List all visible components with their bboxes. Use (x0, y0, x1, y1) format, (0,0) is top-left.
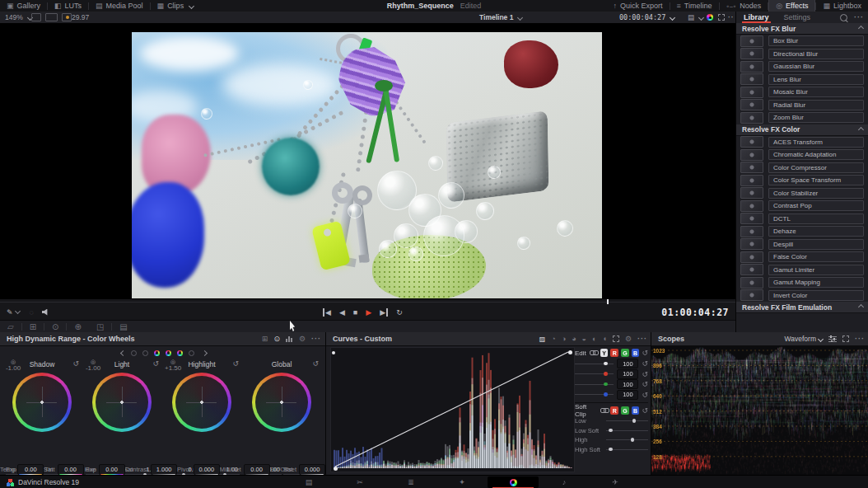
timeline-selector[interactable]: Timeline 1 (479, 12, 522, 23)
softclip-reset-icon[interactable]: ↺ (642, 406, 648, 415)
softclip-row-low[interactable]: Low (575, 416, 648, 426)
library-options-icon[interactable]: ··· (854, 13, 864, 21)
softclip-row-high[interactable]: High (575, 435, 648, 445)
softclip-channel-r[interactable]: R (610, 406, 618, 415)
fx-item-chromatic-adaptation[interactable]: Chromatic Adaptation (736, 148, 868, 162)
curves-expand-icon[interactable] (613, 336, 619, 342)
library-section-header[interactable]: Resolve FX Film Emulation (736, 302, 868, 313)
luts-button[interactable]: ◧LUTs (48, 0, 88, 12)
hdr-settings-icon[interactable]: ⚙ (299, 335, 306, 343)
curve-graph[interactable] (330, 347, 575, 472)
color-wheel-shadow[interactable] (12, 373, 72, 432)
curve-point-low[interactable] (334, 467, 338, 471)
channel-value[interactable]: 100 (617, 369, 638, 379)
param-contrast[interactable]: Contrast1.000 (125, 464, 177, 475)
channel-button-r[interactable]: R (610, 349, 618, 357)
pager-dot[interactable] (142, 350, 148, 356)
pager-dot[interactable] (189, 350, 194, 356)
channel-button-b[interactable]: B (632, 349, 640, 357)
channel-value[interactable]: 100 (617, 379, 638, 389)
go-to-start-button[interactable]: ◀ (323, 308, 331, 317)
edit-reset-icon[interactable]: ↺ (642, 349, 648, 357)
curve-lum-sat-icon[interactable]: ◒ (582, 335, 586, 343)
fx-item-color-stabilizer[interactable]: Color Stabilizer (736, 187, 868, 200)
fx-item-gamut-mapping[interactable]: Gamut Mapping (736, 276, 868, 289)
curve-hue-hue-icon[interactable]: ◔ (551, 335, 555, 343)
color-wheel-global[interactable] (252, 373, 311, 432)
grab-still-icon[interactable]: ◌ (30, 308, 34, 317)
fx-item-mosaic-blur[interactable]: Mosaic Blur (736, 86, 868, 99)
page-deliver[interactable]: ✈ (590, 476, 641, 488)
wheels-view-icon[interactable]: ⊙ (273, 335, 280, 343)
channel-button-g[interactable]: G (621, 349, 629, 357)
curve-sat-sat-icon[interactable]: ◐ (592, 335, 596, 343)
media-pool-button[interactable]: ▤Media Pool (89, 0, 150, 12)
fx-item-gaussian-blur[interactable]: Gaussian Blur (736, 60, 868, 73)
curve-hue-sat-icon[interactable]: ◑ (562, 335, 566, 343)
scope-expand-icon[interactable] (842, 336, 849, 342)
scope-settings-icon[interactable] (828, 336, 837, 342)
search-icon[interactable] (840, 14, 847, 21)
curve-sat-lum-icon[interactable]: ◖ (602, 335, 606, 343)
gallery-button[interactable]: ▣Gallery (0, 0, 47, 12)
fx-item-color-compressor[interactable]: Color Compressor (736, 162, 868, 175)
curves-options-icon[interactable]: ··· (637, 335, 647, 343)
page-fairlight[interactable]: ♪ (539, 476, 590, 488)
channel-slider-row-g[interactable]: 100↺ (575, 379, 648, 390)
clips-button[interactable]: ▦Clips (151, 0, 201, 12)
wheel-reset-icon[interactable]: ↺ (232, 359, 239, 368)
param-tint[interactable]: Tint0.00 (44, 464, 84, 475)
fx-item-gamut-limiter[interactable]: Gamut Limiter (736, 264, 868, 277)
quick-export-button[interactable]: ↑Quick Export (607, 0, 670, 12)
softclip-channel-g[interactable]: G (621, 406, 629, 415)
scope-mode-dropdown[interactable]: Waveform (785, 335, 823, 343)
annotation-pen-icon[interactable]: ✎ (7, 308, 20, 317)
picker-tool-icon[interactable]: ⊙ (52, 322, 58, 331)
page-color[interactable] (488, 476, 539, 488)
fx-item-box-blur[interactable]: Box Blur (736, 35, 868, 48)
pager-dot[interactable] (177, 350, 183, 356)
wheel-reset-icon[interactable]: ↺ (312, 359, 319, 368)
fx-item-zoom-blur[interactable]: Zoom Blur (736, 111, 868, 124)
step-back-button[interactable]: ◀ (339, 308, 345, 317)
tab-library[interactable]: Library (736, 12, 777, 23)
curve-custom-icon[interactable]: ▨ (539, 336, 546, 343)
collapse-chevron-icon[interactable] (858, 26, 864, 31)
page-cut[interactable]: ✂ (334, 476, 385, 488)
curves-settings-icon[interactable]: ⚙ (625, 335, 632, 343)
pager-prev-icon[interactable] (120, 350, 126, 355)
fx-item-invert-color[interactable]: Invert Color (736, 289, 868, 303)
page-fusion[interactable]: ✦ (436, 476, 488, 488)
param-blk-offset[interactable]: Blk/Offset0.000 (270, 464, 325, 475)
wipe-tool-icon[interactable]: ▱ (7, 322, 14, 331)
fx-item-color-space-transform[interactable]: Color Space Transform (736, 174, 868, 187)
tab-settings[interactable]: Settings (777, 12, 819, 23)
page-media[interactable]: ▤ (283, 476, 334, 488)
wheel-reset-icon[interactable]: ↺ (152, 359, 159, 368)
library-section-header[interactable]: Resolve FX Blur (736, 23, 868, 35)
lightbox-button[interactable]: ▦Lightbox (816, 0, 868, 12)
softclip-row-low-soft[interactable]: Low Soft (575, 426, 648, 436)
fx-item-contrast-pop[interactable]: Contrast Pop (736, 199, 868, 213)
softclip-row-high-soft[interactable]: High Soft (575, 445, 648, 455)
fx-item-aces-transform[interactable]: ACES Transform (736, 136, 868, 149)
split-viewer-icon[interactable] (45, 13, 58, 21)
param-mid-det[interactable]: Mid/Det0.00 (220, 464, 270, 475)
timeline-button[interactable]: ≡Timeline (670, 0, 719, 12)
fx-item-dctl[interactable]: DCTL (736, 213, 868, 226)
curve-point-high[interactable] (568, 350, 572, 354)
collapse-chevron-icon[interactable] (858, 304, 864, 310)
zoom-tool-icon[interactable]: ⊕ (74, 322, 81, 331)
fx-item-radial-blur[interactable]: Radial Blur (736, 99, 868, 112)
param-temp[interactable]: Temp0.00 (0, 464, 44, 475)
scope-options-icon[interactable]: ··· (855, 335, 865, 343)
zoom-level-dropdown[interactable]: 149% (5, 12, 32, 23)
channel-button-y[interactable]: Y (600, 349, 609, 357)
channel-reset-icon[interactable]: ↺ (642, 391, 648, 399)
softclip-link-icon[interactable] (600, 408, 608, 413)
window-tool-icon[interactable]: ⊞ (30, 322, 36, 331)
color-wheel-light[interactable] (92, 373, 152, 432)
channel-slider-row-r[interactable]: 100↺ (575, 369, 648, 380)
channel-slider-row-y[interactable]: 100↺ (575, 359, 648, 369)
color-wheel-highlight[interactable] (172, 373, 231, 432)
